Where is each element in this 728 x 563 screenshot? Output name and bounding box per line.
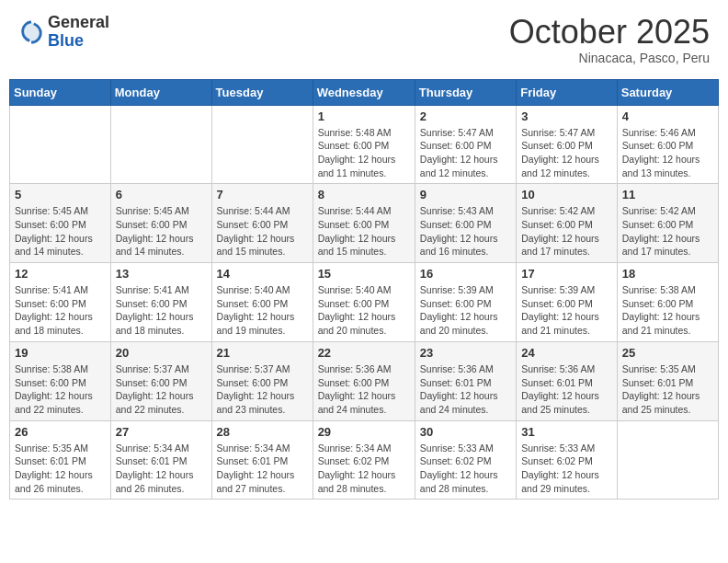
calendar-cell: 9Sunrise: 5:43 AM Sunset: 6:00 PM Daylig…: [415, 184, 516, 263]
day-number: 12: [15, 267, 106, 281]
day-number: 19: [15, 346, 106, 360]
day-info: Sunrise: 5:42 AM Sunset: 6:00 PM Dayligh…: [521, 204, 612, 259]
day-info: Sunrise: 5:36 AM Sunset: 6:01 PM Dayligh…: [521, 362, 612, 417]
calendar-cell: 12Sunrise: 5:41 AM Sunset: 6:00 PM Dayli…: [10, 263, 111, 342]
calendar-cell: 6Sunrise: 5:45 AM Sunset: 6:00 PM Daylig…: [110, 184, 211, 263]
day-info: Sunrise: 5:48 AM Sunset: 6:00 PM Dayligh…: [318, 126, 410, 180]
calendar-week-row: 26Sunrise: 5:35 AM Sunset: 6:01 PM Dayli…: [10, 420, 719, 500]
day-info: Sunrise: 5:45 AM Sunset: 6:00 PM Dayligh…: [15, 204, 106, 259]
day-info: Sunrise: 5:47 AM Sunset: 6:00 PM Dayligh…: [420, 126, 511, 180]
day-info: Sunrise: 5:39 AM Sunset: 6:00 PM Dayligh…: [420, 283, 511, 338]
logo-icon: [18, 19, 44, 45]
calendar-cell: 16Sunrise: 5:39 AM Sunset: 6:00 PM Dayli…: [415, 263, 516, 342]
logo-blue-text: Blue: [48, 32, 109, 51]
calendar-cell: 28Sunrise: 5:34 AM Sunset: 6:01 PM Dayli…: [211, 420, 313, 500]
day-number: 6: [116, 188, 207, 201]
day-number: 31: [521, 425, 612, 439]
calendar-cell: 24Sunrise: 5:36 AM Sunset: 6:01 PM Dayli…: [517, 341, 618, 420]
calendar-cell: 19Sunrise: 5:38 AM Sunset: 6:00 PM Dayli…: [10, 341, 111, 420]
day-number: 21: [217, 346, 308, 360]
calendar-cell: 27Sunrise: 5:34 AM Sunset: 6:01 PM Dayli…: [110, 420, 211, 500]
day-number: 7: [217, 188, 308, 201]
day-info: Sunrise: 5:43 AM Sunset: 6:00 PM Dayligh…: [420, 204, 511, 259]
calendar-cell: 30Sunrise: 5:33 AM Sunset: 6:02 PM Dayli…: [415, 420, 516, 500]
calendar-cell: 23Sunrise: 5:36 AM Sunset: 6:01 PM Dayli…: [415, 341, 516, 420]
weekday-header-monday: Monday: [110, 79, 211, 105]
day-number: 29: [318, 425, 410, 439]
calendar-week-row: 12Sunrise: 5:41 AM Sunset: 6:00 PM Dayli…: [10, 263, 719, 342]
day-number: 18: [622, 267, 713, 281]
day-info: Sunrise: 5:38 AM Sunset: 6:00 PM Dayligh…: [622, 283, 713, 338]
calendar-cell: 5Sunrise: 5:45 AM Sunset: 6:00 PM Daylig…: [10, 184, 111, 263]
page-header: General Blue October 2025 Ninacaca, Pasc…: [9, 9, 719, 70]
day-info: Sunrise: 5:36 AM Sunset: 6:00 PM Dayligh…: [318, 362, 410, 417]
calendar-week-row: 1Sunrise: 5:48 AM Sunset: 6:00 PM Daylig…: [10, 105, 719, 184]
day-info: Sunrise: 5:47 AM Sunset: 6:00 PM Dayligh…: [521, 126, 612, 180]
day-info: Sunrise: 5:34 AM Sunset: 6:01 PM Dayligh…: [116, 442, 207, 496]
day-info: Sunrise: 5:42 AM Sunset: 6:00 PM Dayligh…: [622, 204, 713, 259]
logo: General Blue: [18, 14, 109, 51]
calendar-cell: 1Sunrise: 5:48 AM Sunset: 6:00 PM Daylig…: [313, 105, 415, 184]
day-info: Sunrise: 5:39 AM Sunset: 6:00 PM Dayligh…: [521, 283, 612, 338]
calendar-cell: 3Sunrise: 5:47 AM Sunset: 6:00 PM Daylig…: [517, 105, 618, 184]
calendar-cell: [110, 105, 211, 184]
day-number: 14: [217, 267, 308, 281]
day-info: Sunrise: 5:33 AM Sunset: 6:02 PM Dayligh…: [420, 442, 511, 496]
weekday-header-thursday: Thursday: [415, 79, 516, 105]
calendar-cell: 10Sunrise: 5:42 AM Sunset: 6:00 PM Dayli…: [517, 184, 618, 263]
day-number: 20: [116, 346, 207, 360]
calendar-cell: 8Sunrise: 5:44 AM Sunset: 6:00 PM Daylig…: [313, 184, 415, 263]
day-info: Sunrise: 5:40 AM Sunset: 6:00 PM Dayligh…: [217, 283, 308, 338]
day-number: 3: [521, 109, 612, 123]
weekday-header-tuesday: Tuesday: [211, 79, 313, 105]
day-number: 24: [521, 346, 612, 360]
day-number: 4: [622, 109, 713, 123]
day-number: 5: [15, 188, 106, 201]
calendar-cell: 21Sunrise: 5:37 AM Sunset: 6:00 PM Dayli…: [211, 341, 313, 420]
calendar-cell: 18Sunrise: 5:38 AM Sunset: 6:00 PM Dayli…: [617, 263, 718, 342]
calendar-cell: 2Sunrise: 5:47 AM Sunset: 6:00 PM Daylig…: [415, 105, 516, 184]
calendar-cell: 20Sunrise: 5:37 AM Sunset: 6:00 PM Dayli…: [110, 341, 211, 420]
calendar-cell: 7Sunrise: 5:44 AM Sunset: 6:00 PM Daylig…: [211, 184, 313, 263]
day-number: 10: [521, 188, 612, 201]
day-info: Sunrise: 5:44 AM Sunset: 6:00 PM Dayligh…: [217, 204, 308, 259]
day-number: 30: [420, 425, 511, 439]
day-number: 11: [622, 188, 713, 201]
day-number: 15: [318, 267, 410, 281]
calendar-cell: [617, 420, 718, 500]
calendar-cell: 14Sunrise: 5:40 AM Sunset: 6:00 PM Dayli…: [211, 263, 313, 342]
day-number: 28: [217, 425, 308, 439]
day-info: Sunrise: 5:44 AM Sunset: 6:00 PM Dayligh…: [318, 204, 410, 259]
calendar-cell: 26Sunrise: 5:35 AM Sunset: 6:01 PM Dayli…: [10, 420, 111, 500]
day-number: 22: [318, 346, 410, 360]
day-info: Sunrise: 5:35 AM Sunset: 6:01 PM Dayligh…: [15, 442, 106, 496]
logo-text: General Blue: [48, 14, 109, 51]
calendar-week-row: 5Sunrise: 5:45 AM Sunset: 6:00 PM Daylig…: [10, 184, 719, 263]
weekday-header-friday: Friday: [517, 79, 618, 105]
day-info: Sunrise: 5:35 AM Sunset: 6:01 PM Dayligh…: [622, 362, 713, 417]
day-info: Sunrise: 5:36 AM Sunset: 6:01 PM Dayligh…: [420, 362, 511, 417]
day-info: Sunrise: 5:38 AM Sunset: 6:00 PM Dayligh…: [15, 362, 106, 417]
day-number: 2: [420, 109, 511, 123]
calendar-table: SundayMondayTuesdayWednesdayThursdayFrid…: [9, 79, 719, 500]
calendar-cell: 25Sunrise: 5:35 AM Sunset: 6:01 PM Dayli…: [617, 341, 718, 420]
day-info: Sunrise: 5:40 AM Sunset: 6:00 PM Dayligh…: [318, 283, 410, 338]
calendar-cell: 11Sunrise: 5:42 AM Sunset: 6:00 PM Dayli…: [617, 184, 718, 263]
day-info: Sunrise: 5:37 AM Sunset: 6:00 PM Dayligh…: [217, 362, 308, 417]
logo-general-text: General: [48, 14, 109, 32]
weekday-header-sunday: Sunday: [10, 79, 111, 105]
day-info: Sunrise: 5:34 AM Sunset: 6:02 PM Dayligh…: [318, 442, 410, 496]
calendar-cell: 17Sunrise: 5:39 AM Sunset: 6:00 PM Dayli…: [517, 263, 618, 342]
day-info: Sunrise: 5:45 AM Sunset: 6:00 PM Dayligh…: [116, 204, 207, 259]
calendar-cell: 13Sunrise: 5:41 AM Sunset: 6:00 PM Dayli…: [110, 263, 211, 342]
title-block: October 2025 Ninacaca, Pasco, Peru: [509, 14, 710, 65]
day-number: 16: [420, 267, 511, 281]
day-info: Sunrise: 5:41 AM Sunset: 6:00 PM Dayligh…: [15, 283, 106, 338]
day-number: 17: [521, 267, 612, 281]
calendar-cell: 29Sunrise: 5:34 AM Sunset: 6:02 PM Dayli…: [313, 420, 415, 500]
day-info: Sunrise: 5:33 AM Sunset: 6:02 PM Dayligh…: [521, 442, 612, 496]
calendar-cell: [211, 105, 313, 184]
calendar-cell: 4Sunrise: 5:46 AM Sunset: 6:00 PM Daylig…: [617, 105, 718, 184]
weekday-header-saturday: Saturday: [617, 79, 718, 105]
day-number: 13: [116, 267, 207, 281]
